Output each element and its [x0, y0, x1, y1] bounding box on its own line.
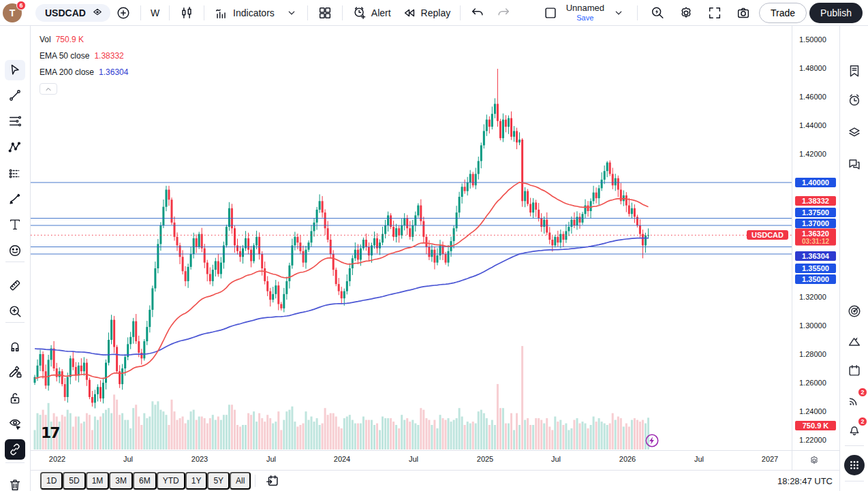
time-axis-settings[interactable]	[792, 450, 839, 470]
divider	[140, 5, 141, 20]
divider	[845, 445, 864, 446]
square-icon	[543, 5, 558, 20]
measure-tool[interactable]	[5, 275, 25, 296]
layout-name-control[interactable]: Unnamed Save	[566, 3, 604, 21]
lightning-icon[interactable]	[642, 431, 662, 450]
trend-line-tool[interactable]	[5, 85, 25, 106]
range-3m-button[interactable]: 3M	[109, 472, 133, 490]
zoom-in-tool[interactable]	[5, 301, 25, 321]
alerts-panel-button[interactable]	[844, 90, 865, 110]
radar-icon	[847, 304, 862, 319]
grid-layout-icon	[317, 5, 332, 20]
indicators-templates-button[interactable]	[280, 3, 303, 22]
tradingview-logo[interactable]: 17	[41, 424, 59, 441]
text-tool[interactable]	[5, 215, 25, 235]
brush-tool[interactable]	[5, 189, 25, 209]
indicators-button[interactable]: Indicators	[208, 3, 280, 22]
interval-button[interactable]: W	[145, 3, 165, 22]
link-tool[interactable]	[5, 439, 25, 460]
quick-search-button[interactable]	[645, 3, 670, 22]
symbol-search-box[interactable]: USDCAD	[35, 4, 110, 22]
cursor-tool[interactable]	[5, 60, 25, 80]
news-flow-button[interactable]: 2	[844, 390, 865, 411]
range-5y-button[interactable]: 5Y	[207, 472, 230, 490]
volume-label: Vol	[40, 35, 51, 44]
lock-all-tool[interactable]	[5, 388, 25, 409]
chats-button[interactable]	[844, 154, 865, 174]
price-level-badge: 1.36304	[795, 251, 836, 261]
details-panel-button[interactable]	[844, 122, 865, 142]
layout-grid-button[interactable]	[312, 3, 338, 22]
settings-button[interactable]	[673, 3, 699, 22]
screenshot-button[interactable]	[730, 3, 756, 22]
time-tick: Jul	[551, 455, 561, 463]
ema50-value: 1.38332	[94, 51, 123, 61]
fib-lines-tool[interactable]	[5, 111, 25, 131]
drawing-lock-tool[interactable]	[5, 362, 25, 382]
gear-icon[interactable]	[809, 455, 820, 466]
zap-search-icon	[650, 5, 665, 20]
date-range-group: 1D5D1M3M6MYTD1Y5YAll	[40, 472, 251, 490]
trade-button[interactable]: Trade	[759, 3, 807, 23]
replay-button[interactable]: Replay	[397, 3, 456, 22]
chart-pane[interactable]: Vol 750.9 K EMA 50 close 1.38332 EMA 200…	[31, 26, 792, 450]
ema50-legend-row[interactable]: EMA 50 close 1.38332	[40, 48, 128, 64]
alert-button[interactable]: Alert	[347, 3, 397, 22]
badge-price: 1.35500	[795, 264, 836, 272]
emoji-tool[interactable]	[5, 240, 25, 261]
forecast-tool[interactable]	[5, 163, 25, 184]
volume-legend-row[interactable]: Vol 750.9 K	[40, 31, 128, 48]
ideas-button[interactable]	[844, 331, 865, 351]
hide-drawings-tool[interactable]	[5, 413, 25, 434]
legend-collapse-button[interactable]	[40, 83, 57, 95]
price-level-badge: 1.35000	[795, 274, 836, 284]
chart-style-button[interactable]	[174, 3, 200, 22]
camera-icon	[736, 5, 751, 20]
magnet-tool[interactable]	[5, 336, 25, 356]
publish-button[interactable]: Publish	[809, 3, 863, 23]
layout-menu-button[interactable]	[607, 3, 630, 22]
watchlist-button[interactable]	[844, 61, 865, 81]
apps-menu-button[interactable]	[844, 455, 865, 475]
price-level-badge: 750.9 K	[795, 421, 836, 430]
emoji-icon	[7, 243, 22, 258]
fullscreen-button[interactable]	[702, 3, 728, 22]
badge-price: 1.37500	[795, 208, 836, 217]
ema200-label: EMA 200 close	[40, 67, 94, 77]
range-all-button[interactable]: All	[230, 472, 251, 490]
chevron-up-icon	[44, 85, 52, 93]
compare-add-button[interactable]	[110, 3, 136, 22]
avatar-initial: T	[10, 7, 16, 18]
range-ytd-button[interactable]: YTD	[157, 472, 185, 490]
time-axis[interactable]: 2022Jul2023Jul2024Jul2025Jul2026Jul2027	[31, 450, 792, 470]
undo-button[interactable]	[465, 3, 491, 22]
range-1d-button[interactable]: 1D	[40, 472, 63, 490]
hotlists-button[interactable]	[844, 301, 865, 321]
remove-drawings-tool[interactable]	[5, 475, 25, 491]
divider	[5, 462, 25, 463]
range-6m-button[interactable]: 6M	[133, 472, 157, 490]
calendar-panel-button[interactable]	[844, 360, 865, 381]
save-label[interactable]: Save	[576, 14, 593, 22]
price-tick: 1.32000	[792, 293, 839, 301]
price-tick: 1.30000	[792, 321, 839, 330]
go-to-date-button[interactable]	[260, 471, 285, 490]
alarmclock-icon	[847, 93, 862, 108]
range-1m-button[interactable]: 1M	[86, 472, 110, 490]
right-sidebar: 22	[839, 26, 868, 491]
xabcd-pattern-tool[interactable]	[5, 137, 25, 157]
layout-thumbnail-button[interactable]	[538, 3, 563, 22]
range-5d-button[interactable]: 5D	[63, 472, 85, 490]
user-avatar[interactable]: T 6	[3, 3, 22, 22]
clock[interactable]: 18:28:47 UTC	[777, 476, 839, 486]
redo-button[interactable]	[491, 3, 516, 22]
time-tick: Jul	[123, 455, 133, 463]
ema200-legend-row[interactable]: EMA 200 close 1.36304	[40, 64, 128, 80]
notifications-button[interactable]: 2	[844, 419, 865, 440]
range-1y-button[interactable]: 1Y	[185, 472, 208, 490]
indicators-icon	[214, 5, 229, 20]
price-axis[interactable]: 1.500001.480001.460001.440001.420001.320…	[792, 26, 839, 450]
divider	[255, 475, 255, 487]
price-chart[interactable]	[31, 26, 792, 450]
pencillock-icon	[7, 364, 22, 379]
